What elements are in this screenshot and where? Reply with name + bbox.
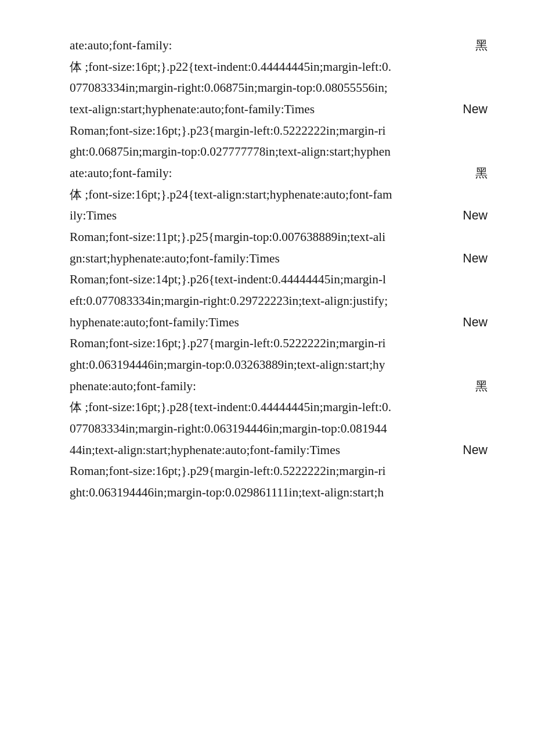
text-line-13: eft:0.077083334in;margin-right:0.2972222… [70, 290, 488, 312]
text-content-14: hyphenate:auto;font-family:Times [70, 312, 451, 333]
text-content-11: gn:start;hyphenate:auto;font-family:Time… [70, 248, 451, 269]
text-line-1: ate:auto;font-family:黑 [70, 35, 488, 56]
text-line-11: gn:start;hyphenate:auto;font-family:Time… [70, 248, 488, 269]
text-line-14: hyphenate:auto;font-family:TimesNew [70, 312, 488, 333]
text-suffix-17: 黑 [475, 376, 488, 397]
text-line-17: phenate:auto;font-family:黑 [70, 376, 488, 397]
text-line-15: Roman;font-size:16pt;}.p27{margin-left:0… [70, 333, 488, 354]
text-line-12: Roman;font-size:14pt;}.p26{text-indent:0… [70, 269, 488, 290]
text-line-7: ate:auto;font-family:黑 [70, 163, 488, 184]
text-line-22: ght:0.063194446in;margin-top:0.029861111… [70, 482, 488, 503]
text-line-5: Roman;font-size:16pt;}.p23{margin-left:0… [70, 120, 488, 142]
text-line-3: 077083334in;margin-right:0.06875in;margi… [70, 77, 488, 99]
text-line-6: ght:0.06875in;margin-top:0.027777778in;t… [70, 141, 488, 163]
text-content-20: 44in;text-align:start;hyphenate:auto;fon… [70, 440, 451, 461]
text-line-19: 077083334in;margin-right:0.063194446in;m… [70, 418, 488, 440]
text-line-20: 44in;text-align:start;hyphenate:auto;fon… [70, 440, 488, 461]
text-suffix-14: New [463, 312, 488, 333]
text-line-8: 体 ;font-size:16pt;}.p24{text-align:start… [70, 184, 488, 206]
text-content-9: ily:Times [70, 205, 451, 226]
text-line-4: text-align:start;hyphenate:auto;font-fam… [70, 99, 488, 120]
text-line-16: ght:0.063194446in;margin-top:0.03263889i… [70, 354, 488, 376]
text-suffix-9: New [463, 205, 488, 226]
text-content-17: phenate:auto;font-family: [70, 376, 464, 397]
text-line-10: Roman;font-size:11pt;}.p25{margin-top:0.… [70, 226, 488, 248]
text-suffix-1: 黑 [475, 35, 488, 56]
content-block: ate:auto;font-family:黑体 ;font-size:16pt;… [70, 35, 488, 503]
text-line-21: Roman;font-size:16pt;}.p29{margin-left:0… [70, 460, 488, 482]
text-content-1: ate:auto;font-family: [70, 35, 464, 56]
text-line-9: ily:TimesNew [70, 205, 488, 226]
text-line-2: 体 ;font-size:16pt;}.p22{text-indent:0.44… [70, 56, 488, 78]
text-content-4: text-align:start;hyphenate:auto;font-fam… [70, 99, 451, 120]
text-suffix-4: New [463, 99, 488, 120]
text-suffix-7: 黑 [475, 163, 488, 184]
text-line-18: 体 ;font-size:16pt;}.p28{text-indent:0.44… [70, 397, 488, 418]
page-container: ate:auto;font-family:黑体 ;font-size:16pt;… [0, 0, 534, 756]
text-suffix-20: New [463, 440, 488, 461]
text-suffix-11: New [463, 248, 488, 269]
text-content-7: ate:auto;font-family: [70, 163, 464, 184]
